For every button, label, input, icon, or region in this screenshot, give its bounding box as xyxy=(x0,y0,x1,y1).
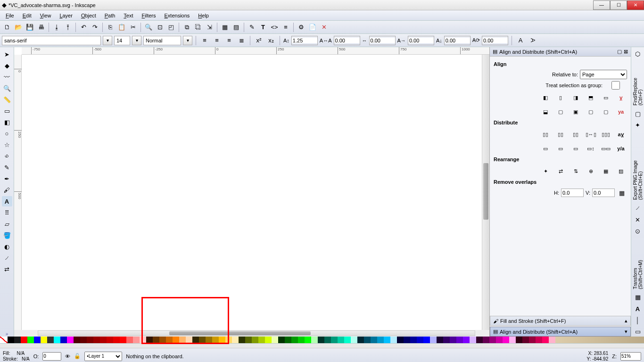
save-button[interactable]: 💾 xyxy=(25,22,35,33)
color-swatch[interactable] xyxy=(80,337,87,343)
color-swatch[interactable] xyxy=(443,337,450,343)
font-family-input[interactable] xyxy=(2,36,101,45)
rotation-input[interactable] xyxy=(482,38,508,43)
text-vertical-button[interactable]: A xyxy=(528,35,538,46)
color-swatch[interactable] xyxy=(331,337,338,343)
color-swatch[interactable] xyxy=(219,337,225,343)
align-text-anchor[interactable]: ỵ xyxy=(615,91,627,104)
unlink-button[interactable]: ⇲ xyxy=(204,22,215,33)
duplicate-button[interactable]: ⧉ xyxy=(182,22,192,33)
color-swatch[interactable] xyxy=(529,337,536,343)
color-swatch[interactable] xyxy=(239,337,245,343)
color-swatch[interactable] xyxy=(377,337,384,343)
color-swatch[interactable] xyxy=(212,337,219,343)
color-swatch[interactable] xyxy=(34,337,41,343)
color-swatch[interactable] xyxy=(516,337,522,343)
color-swatch[interactable] xyxy=(503,337,509,343)
clone-button[interactable]: ⿻ xyxy=(193,22,203,33)
paste-button[interactable]: 📋 xyxy=(116,22,127,33)
connector-tool[interactable]: ⇄ xyxy=(2,264,12,274)
color-swatch[interactable] xyxy=(338,337,344,343)
color-swatch[interactable] xyxy=(107,337,113,343)
color-swatch[interactable] xyxy=(133,337,140,343)
undo-button[interactable]: ↶ xyxy=(78,22,89,33)
spiral-tool[interactable]: ꩜ xyxy=(2,151,12,161)
layer-lock-icon[interactable]: 🔓 xyxy=(74,353,81,359)
text-horizontal-button[interactable]: A xyxy=(515,35,526,46)
color-swatch[interactable] xyxy=(417,337,423,343)
subscript-button[interactable]: x₂ xyxy=(266,35,276,46)
color-swatch[interactable] xyxy=(87,337,93,343)
snap-enable[interactable]: ⬡ xyxy=(633,49,643,59)
docprefs-button[interactable]: 📄 xyxy=(307,22,318,33)
dy-input[interactable] xyxy=(445,38,470,43)
color-swatch[interactable] xyxy=(463,337,470,343)
maximize-button[interactable]: ☐ xyxy=(610,0,627,10)
color-swatch[interactable] xyxy=(192,337,199,343)
menu-view[interactable]: View xyxy=(36,12,55,19)
cut-button[interactable]: ✂ xyxy=(128,22,138,33)
align-center-page[interactable]: ▣ xyxy=(570,106,582,118)
snap-intersect[interactable]: ✕ xyxy=(633,215,643,225)
font-size-dropdown[interactable]: ▾ xyxy=(132,36,141,45)
color-swatch[interactable] xyxy=(173,337,179,343)
dist-h-left[interactable]: ▯▯ xyxy=(539,128,552,140)
menu-layer[interactable]: Layer xyxy=(56,12,76,19)
color-swatch[interactable] xyxy=(278,337,285,343)
color-swatch[interactable] xyxy=(54,337,60,343)
spray-tool[interactable]: ⠿ xyxy=(2,207,12,218)
canvas[interactable] xyxy=(22,55,489,330)
copy-button[interactable]: ⎘ xyxy=(105,22,116,33)
dist-h-center[interactable]: ▯▯ xyxy=(554,128,567,140)
no-color-swatch[interactable] xyxy=(0,337,8,343)
print-button[interactable]: 🖶 xyxy=(36,22,46,33)
minimize-button[interactable]: — xyxy=(593,0,610,10)
exchange-z[interactable]: ⇅ xyxy=(570,165,582,177)
color-swatch[interactable] xyxy=(252,337,258,343)
color-swatch[interactable] xyxy=(450,337,456,343)
dist-h-equal[interactable]: ▯▯▯ xyxy=(600,128,612,140)
letterspacing-input[interactable] xyxy=(334,38,360,43)
calligraphy-tool[interactable]: 🖋 xyxy=(2,185,12,195)
color-swatch[interactable] xyxy=(496,337,503,343)
color-swatch[interactable] xyxy=(430,337,437,343)
bezier-tool[interactable]: ✒ xyxy=(2,173,12,184)
menu-text[interactable]: Text xyxy=(120,12,137,19)
fill-stroke-accordion[interactable]: 🖌 Fill and Stroke (Shift+Ctrl+F) ▴ xyxy=(490,316,631,326)
color-swatch[interactable] xyxy=(120,337,126,343)
unclump[interactable]: ▨ xyxy=(615,165,627,177)
align-right-page[interactable]: ▢ xyxy=(585,106,597,118)
align-button[interactable]: ≡ xyxy=(281,22,291,33)
color-swatch[interactable] xyxy=(423,337,430,343)
color-swatch[interactable] xyxy=(542,337,549,343)
color-swatch[interactable] xyxy=(265,337,272,343)
align-center-vert[interactable]: ▯ xyxy=(554,91,567,104)
exchange-pos[interactable]: ⇄ xyxy=(554,165,567,177)
color-swatch[interactable] xyxy=(305,337,311,343)
color-swatch[interactable] xyxy=(41,337,47,343)
node-tool[interactable]: ◆ xyxy=(2,60,12,71)
dist-h-gap[interactable]: ▯↔▯ xyxy=(585,128,597,140)
color-swatch[interactable] xyxy=(404,337,410,343)
color-swatch[interactable] xyxy=(8,337,14,343)
font-style-input[interactable] xyxy=(143,36,181,45)
color-swatch[interactable] xyxy=(476,337,483,343)
color-swatch[interactable] xyxy=(93,337,100,343)
snap-grid[interactable]: ▦ xyxy=(633,292,643,302)
color-swatch[interactable] xyxy=(258,337,265,343)
layer-visible-icon[interactable]: 👁 xyxy=(65,354,70,359)
color-swatch[interactable] xyxy=(397,337,404,343)
font-size-input[interactable] xyxy=(114,36,130,45)
color-swatch[interactable] xyxy=(153,337,159,343)
color-swatch[interactable] xyxy=(489,337,496,343)
dx-input[interactable] xyxy=(408,38,434,43)
xml-button[interactable]: <> xyxy=(269,22,280,33)
rect-tool[interactable]: ▭ xyxy=(2,106,12,116)
align-center-button[interactable]: ≡ xyxy=(212,35,222,46)
dist-h-right[interactable]: ▯▯ xyxy=(570,128,582,140)
snap-nodes[interactable]: ✦ xyxy=(633,120,643,130)
open-button[interactable]: 📂 xyxy=(13,22,24,33)
color-swatch[interactable] xyxy=(140,337,146,343)
dist-v-bottom[interactable]: ▭ xyxy=(570,142,582,155)
color-swatch[interactable] xyxy=(509,337,516,343)
